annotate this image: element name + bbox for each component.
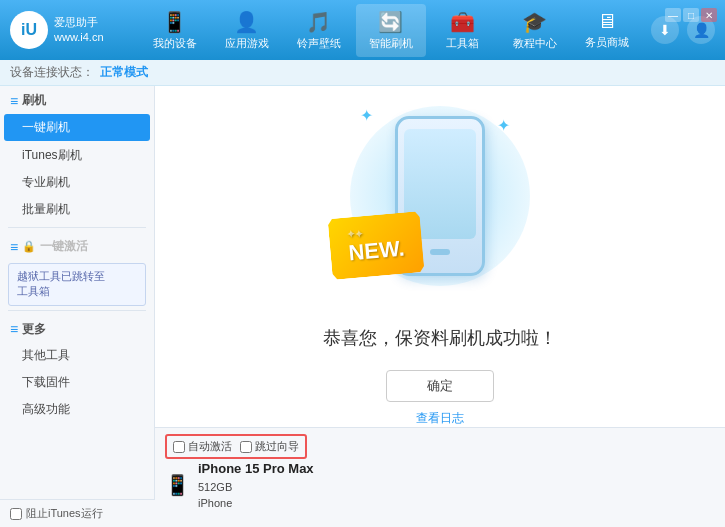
close-button[interactable]: ✕ [701,8,717,22]
new-badge-text: NEW. [347,236,405,267]
maximize-button[interactable]: □ [683,8,699,22]
sidebar-item-pro-flash[interactable]: 专业刷机 [0,169,154,196]
sidebar-jailbreak-note: 越狱工具已跳转至 工具箱 [8,263,146,306]
sidebar-item-one-key-flash[interactable]: 一键刷机 [4,114,150,141]
activate-section-label: 🔒 一键激活 [22,238,88,255]
device-info: 📱 iPhone 15 Pro Max 512GB iPhone [165,459,715,512]
flash-section-icon: ≡ [10,93,18,109]
nav-apps-games[interactable]: 👤 应用游戏 [212,4,282,57]
device-bar: 自动激活 跳过向导 📱 iPhone 15 Pro Max 512GB iPho… [155,427,725,507]
device-checkboxes: 自动激活 跳过向导 [165,434,307,459]
sidebar-section-more: ≡ 更多 [0,315,154,342]
nav-smart-flash[interactable]: 🔄 智能刷机 [356,4,426,57]
center-panel: ✦ ✦ ✦✦ NEW. 恭喜您，保资料刷机成功啦！ 确定 查看日志 自动激活 [155,86,725,499]
status-bar: 设备连接状态： 正常模式 [0,60,725,86]
minimize-button[interactable]: — [665,8,681,22]
nav-toolbox[interactable]: 🧰 工具箱 [428,4,498,57]
main-nav: 📱 我的设备 👤 应用游戏 🎵 铃声壁纸 🔄 智能刷机 🧰 工具箱 🎓 教程中心… [130,4,651,57]
toolbox-icon: 🧰 [450,10,475,34]
tutorials-icon: 🎓 [522,10,547,34]
apps-icon: 👤 [234,10,259,34]
smart-flash-icon: 🔄 [378,10,403,34]
ringtones-icon: 🎵 [306,10,331,34]
view-log-link[interactable]: 查看日志 [416,410,464,427]
my-device-icon: 📱 [162,10,187,34]
sidebar-divider-1 [8,227,146,228]
phone-illustration: ✦ ✦ ✦✦ NEW. [340,86,540,306]
auto-activate-checkbox[interactable] [173,441,185,453]
sidebar-item-download-firmware[interactable]: 下载固件 [0,369,154,396]
nav-tutorials[interactable]: 🎓 教程中心 [500,4,570,57]
more-section-icon: ≡ [10,321,18,337]
quick-guide-label: 跳过向导 [255,439,299,454]
auto-activate-checkbox-item: 自动激活 [173,439,232,454]
sidebar-item-batch-flash[interactable]: 批量刷机 [0,196,154,223]
quick-guide-checkbox[interactable] [240,441,252,453]
content-main: ✦ ✦ ✦✦ NEW. 恭喜您，保资料刷机成功啦！ 确定 查看日志 [155,86,725,427]
sidebar-section-flash: ≡ 刷机 [0,86,154,113]
block-itunes-checkbox[interactable] [10,508,22,520]
nav-ringtones[interactable]: 🎵 铃声壁纸 [284,4,354,57]
logo-text: 爱思助手 www.i4.cn [54,15,104,46]
status-value: 正常模式 [100,64,148,81]
confirm-button[interactable]: 确定 [386,370,494,402]
service-icon: 🖥 [597,10,617,33]
sidebar-item-itunes-flash[interactable]: iTunes刷机 [0,142,154,169]
device-type: iPhone [198,495,314,512]
more-section-label: 更多 [22,321,46,338]
activate-section-icon: ≡ [10,239,18,255]
sparkle-icon-tl: ✦ [360,106,373,125]
sidebar: ≡ 刷机 一键刷机 iTunes刷机 专业刷机 批量刷机 ≡ 🔒 一键激活 越狱… [0,86,155,499]
status-label: 设备连接状态： [10,64,94,81]
sidebar-divider-2 [8,310,146,311]
logo-icon: iU [10,11,48,49]
quick-guide-checkbox-item: 跳过向导 [240,439,299,454]
logo-area: iU 爱思助手 www.i4.cn [10,11,130,49]
flash-section-label: 刷机 [22,92,46,109]
sidebar-item-advanced[interactable]: 高级功能 [0,396,154,423]
sidebar-section-activate: ≡ 🔒 一键激活 [0,232,154,259]
sidebar-item-other-tools[interactable]: 其他工具 [0,342,154,369]
nav-my-device[interactable]: 📱 我的设备 [140,4,210,57]
phone-home-button [430,249,450,255]
device-storage: 512GB [198,479,314,496]
nav-service[interactable]: 🖥 务员商城 [572,4,642,57]
sparkle-icon-tr: ✦ [497,116,510,135]
auto-activate-label: 自动激活 [188,439,232,454]
block-itunes-label: 阻止iTunes运行 [26,506,103,521]
new-badge: ✦✦ NEW. [328,211,425,280]
device-name: iPhone 15 Pro Max [198,459,314,479]
success-message: 恭喜您，保资料刷机成功啦！ [323,326,557,350]
window-controls: — □ ✕ [665,8,717,22]
device-phone-icon: 📱 [165,473,190,497]
device-details: iPhone 15 Pro Max 512GB iPhone [198,459,314,512]
